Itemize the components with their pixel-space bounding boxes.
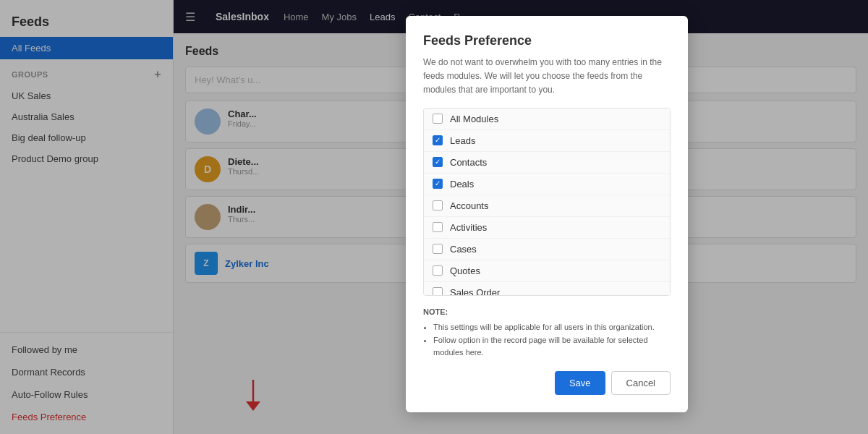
module-label-deals: Deals <box>450 179 474 190</box>
module-label-cases: Cases <box>450 244 477 255</box>
module-label-leads: Leads <box>450 135 475 146</box>
module-label-accounts: Accounts <box>450 200 488 211</box>
module-item-contacts: Contacts <box>424 152 670 174</box>
module-item-accounts: Accounts <box>424 195 670 217</box>
checkbox-cases[interactable] <box>433 244 443 254</box>
checkbox-accounts[interactable] <box>433 200 443 210</box>
module-item-all: All Modules <box>424 109 670 130</box>
module-label-activities: Activities <box>450 222 487 233</box>
note-item-2: Follow option in the record page will be… <box>433 334 671 359</box>
feeds-preference-modal: Feeds Preference We do not want to overw… <box>406 16 688 412</box>
module-item-sales-order: Sales Order <box>424 282 670 296</box>
save-button[interactable]: Save <box>555 371 605 395</box>
checkbox-all-modules[interactable] <box>433 114 443 124</box>
note-label: NOTE: <box>423 306 671 319</box>
checkbox-quotes[interactable] <box>433 265 443 276</box>
note-item-1: This settings will be applicable for all… <box>433 321 671 334</box>
module-label-all: All Modules <box>450 114 498 124</box>
checkbox-deals[interactable] <box>433 179 443 189</box>
modal-buttons: Save Cancel <box>423 371 671 395</box>
module-label-quotes: Quotes <box>450 265 480 276</box>
module-item-activities: Activities <box>424 217 670 239</box>
module-item-cases: Cases <box>424 239 670 260</box>
module-label-sales-order: Sales Order <box>450 287 500 296</box>
cancel-button[interactable]: Cancel <box>611 371 671 395</box>
checkbox-contacts[interactable] <box>433 157 443 167</box>
module-list: All Modules Leads Contacts Deals Account… <box>423 108 671 296</box>
module-item-leads: Leads <box>424 130 670 152</box>
modal-note: NOTE: This settings will be applicable f… <box>423 306 671 359</box>
module-item-deals: Deals <box>424 174 670 195</box>
checkbox-leads[interactable] <box>433 135 443 145</box>
checkbox-sales-order[interactable] <box>433 287 443 296</box>
module-item-quotes: Quotes <box>424 260 670 282</box>
module-label-contacts: Contacts <box>450 157 487 168</box>
checkbox-activities[interactable] <box>433 222 443 232</box>
modal-title: Feeds Preference <box>423 33 671 48</box>
modal-description: We do not want to overwhelm you with too… <box>423 56 671 98</box>
